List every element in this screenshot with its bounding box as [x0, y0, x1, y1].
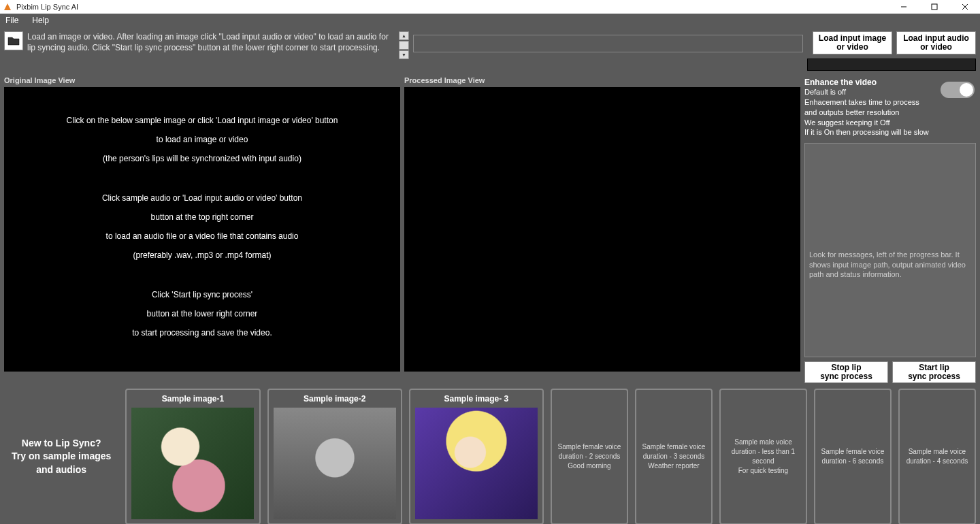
sample-audio-5-l1: Sample male voice	[909, 447, 966, 457]
sample-audio-4-l2: duration - 6 seconds	[822, 457, 884, 466]
sample-image-2[interactable]: Sample image-2	[267, 389, 402, 524]
enhance-l5: If it is On then processing will be slow	[804, 127, 929, 137]
app-icon	[3, 2, 12, 12]
sample-audio-1-l3: Good morning	[568, 461, 610, 471]
message-box: Look for messages, left of the progress …	[804, 143, 976, 357]
hint-p3l1: Click 'Start lip sync process'	[4, 289, 400, 301]
menubar: File Help	[0, 14, 980, 27]
sample-audio-2-l1: Sample female voice	[642, 442, 706, 452]
toggle-knob	[960, 83, 973, 97]
sample-image-1-thumb	[131, 408, 254, 519]
sample-image-3-thumb	[415, 408, 538, 519]
load-input-image-button[interactable]: Load input image or video	[813, 31, 892, 54]
maximize-button[interactable]	[919, 0, 949, 14]
menu-help[interactable]: Help	[32, 16, 49, 25]
sample-image-3[interactable]: Sample image- 3	[409, 389, 544, 524]
sample-image-1[interactable]: Sample image-1	[125, 389, 260, 524]
original-view-label: Original Image View	[4, 75, 400, 87]
original-image-view: Click on the below sample image or click…	[4, 87, 400, 372]
processed-view-label: Processed Image View	[404, 75, 800, 87]
hint-p3l3: to start processing and save the video.	[4, 327, 400, 339]
samples-intro: New to Lip Sync? Try on sample images an…	[4, 389, 118, 524]
start-button[interactable]: Start lip sync process	[892, 361, 976, 383]
intro-text: Load an image or video. After loading an…	[27, 31, 395, 53]
spinner-mid[interactable]	[399, 41, 409, 50]
hint-p1l2: to load an image or video	[4, 133, 400, 146]
sample-audio-3-l3: For quick testing	[738, 466, 788, 476]
sample-audio-5[interactable]: Sample male voice duration - 4 seconds	[898, 389, 976, 524]
enhance-toggle[interactable]	[941, 82, 975, 98]
titlebar: Pixbim Lip Sync AI	[0, 0, 980, 14]
hint-p3l2: button at the lower right corner	[4, 308, 400, 320]
enhance-l1: Default is off	[804, 87, 929, 97]
message-text: Look for messages, left of the progress …	[809, 250, 971, 279]
enhance-l3: and outputs better resolution	[804, 108, 929, 118]
sample-audio-4-l1: Sample female voice	[821, 447, 885, 457]
processed-image-view	[404, 87, 800, 372]
enhance-l4: We suggest keeping it Off	[804, 118, 929, 128]
sample-audio-1-l2: duration - 2 seconds	[559, 452, 621, 461]
file-path-input[interactable]	[413, 35, 803, 52]
spinner-control[interactable]: ▲ ▼	[399, 31, 409, 59]
minimize-button[interactable]	[888, 0, 919, 14]
hint-p2l2: button at the top right corner	[4, 211, 400, 223]
sample-audio-3[interactable]: Sample male voice duration - less than 1…	[719, 389, 807, 524]
sample-audio-5-l2: duration - 4 seconds	[906, 457, 968, 466]
hint-p1l1: Click on the below sample image or click…	[4, 114, 400, 127]
enhance-title: Enhance the video	[804, 78, 929, 87]
spinner-down-icon[interactable]: ▼	[399, 50, 409, 59]
sample-image-2-thumb	[274, 408, 396, 519]
sample-audio-2-l2: duration - 3 seconds	[643, 452, 705, 461]
open-folder-button[interactable]	[4, 31, 23, 50]
svg-rect-1	[932, 4, 937, 10]
sample-audio-3-l1: Sample male voice	[734, 438, 791, 447]
enhance-l2: Enhacement takes time to process	[804, 97, 929, 108]
load-input-audio-button[interactable]: Load input audio or video	[896, 31, 976, 54]
sample-audio-3-l2: duration - less than 1 second	[725, 447, 802, 466]
sample-audio-1[interactable]: Sample female voice duration - 2 seconds…	[551, 389, 628, 524]
hint-p2l4: (preferably .wav, .mp3 or .mp4 format)	[4, 249, 400, 261]
sample-image-1-label: Sample image-1	[162, 394, 224, 404]
hint-p2l3: to load an audio file or a video file th…	[4, 230, 400, 242]
sample-audio-2-l3: Weather reporter	[648, 461, 699, 471]
hint-p1l3: (the person's lips will be synchronized …	[4, 152, 400, 165]
spinner-up-icon[interactable]: ▲	[399, 31, 409, 40]
sample-audio-2[interactable]: Sample female voice duration - 3 seconds…	[635, 389, 713, 524]
menu-file[interactable]: File	[5, 16, 18, 25]
sample-audio-4[interactable]: Sample female voice duration - 6 seconds	[814, 389, 892, 524]
sample-image-3-label: Sample image- 3	[444, 394, 508, 404]
sample-audio-1-l1: Sample female voice	[558, 442, 621, 452]
stop-button[interactable]: Stop lip sync process	[804, 361, 888, 383]
close-button[interactable]	[949, 0, 980, 14]
progress-bar	[807, 59, 976, 71]
sample-image-2-label: Sample image-2	[304, 394, 365, 404]
window-title: Pixbim Lip Sync AI	[16, 3, 78, 11]
hint-p2l1: Click sample audio or 'Load input audio …	[4, 192, 400, 204]
